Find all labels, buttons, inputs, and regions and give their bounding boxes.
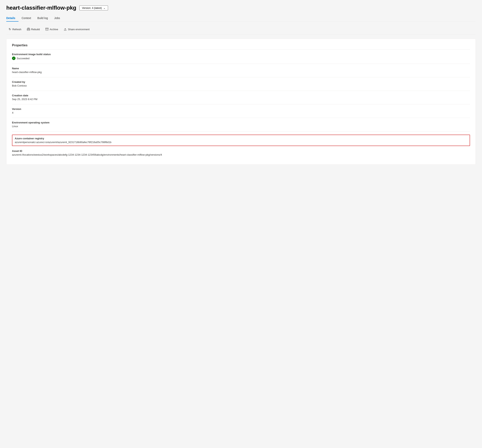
build-status-value: Succeeded (17, 57, 30, 60)
share-button[interactable]: Share environment (61, 26, 92, 32)
svg-rect-0 (27, 30, 30, 31)
page-title: heart-classifier-mlflow-pkg (6, 5, 76, 11)
created-by-label: Created by (12, 80, 470, 83)
svg-rect-2 (28, 28, 29, 28)
asset-id-label: Asset ID (12, 149, 470, 152)
divider-6 (12, 131, 470, 132)
svg-rect-3 (46, 28, 48, 29)
divider-3 (12, 91, 470, 91)
card-title: Properties (12, 44, 470, 50)
name-value: heart-classifier-mlflow-pkg (12, 71, 470, 74)
created-by-value: Bob Contoso (12, 84, 470, 87)
divider-4 (12, 104, 470, 104)
page-header: heart-classifier-mlflow-pkg Version: 4 (… (6, 5, 476, 11)
tab-jobs[interactable]: Jobs (51, 15, 63, 22)
refresh-label: Refresh (12, 28, 21, 31)
version-value: 4 (12, 111, 470, 114)
os-label: Environment operating system (12, 121, 470, 124)
archive-label: Archive (50, 28, 58, 31)
asset-id-value: azureml://locations/westus2/workspaces/a… (12, 153, 470, 156)
refresh-button[interactable]: ↻ Refresh (6, 26, 24, 32)
rebuild-button[interactable]: Rebuild (24, 26, 42, 32)
property-asset-id: Asset ID azureml://locations/westus2/wor… (12, 149, 470, 156)
chevron-down-icon: ⌄ (103, 7, 105, 9)
creation-date-label: Creation date (12, 94, 470, 97)
version-label: Version (12, 108, 470, 110)
acr-label: Azure container registry (15, 137, 467, 140)
success-icon: ✓ (12, 56, 16, 60)
version-dropdown[interactable]: Version: 4 (latest) ⌄ (79, 6, 108, 10)
property-creation-date: Creation date Sep 25, 2023 8:42 PM (12, 94, 470, 101)
tab-details[interactable]: Details (6, 15, 18, 22)
tab-context[interactable]: Context (18, 15, 34, 22)
share-icon (64, 28, 67, 31)
tab-bar: Details Context Build log Jobs (6, 15, 476, 22)
acr-value: azuremlpersonalcr.azurecr.io/azureml/azu… (15, 141, 467, 144)
share-label: Share environment (68, 28, 89, 31)
property-build-status: Environment image build status ✓ Succeed… (12, 53, 470, 60)
divider-1 (12, 63, 470, 64)
version-dropdown-label: Version: 4 (latest) (82, 7, 102, 9)
divider-5 (12, 118, 470, 118)
toolbar: ↻ Refresh Rebuild Archive (6, 25, 476, 35)
build-status-label: Environment image build status (12, 53, 470, 56)
property-acr-highlighted: Azure container registry azuremlpersonal… (12, 135, 470, 146)
property-created-by: Created by Bob Contoso (12, 80, 470, 87)
name-label: Name (12, 67, 470, 70)
property-version: Version 4 (12, 108, 470, 114)
os-value: Linux (12, 125, 470, 128)
build-status-row: ✓ Succeeded (12, 56, 470, 60)
creation-date-value: Sep 25, 2023 8:42 PM (12, 98, 470, 101)
properties-card: Properties Environment image build statu… (6, 39, 476, 165)
property-name: Name heart-classifier-mlflow-pkg (12, 67, 470, 74)
archive-button[interactable]: Archive (43, 26, 61, 32)
page-container: heart-classifier-mlflow-pkg Version: 4 (… (0, 0, 482, 448)
divider-2 (12, 77, 470, 77)
svg-rect-1 (27, 29, 30, 29)
rebuild-icon (27, 28, 30, 31)
refresh-icon: ↻ (9, 27, 11, 31)
property-os: Environment operating system Linux (12, 121, 470, 128)
tab-buildlog[interactable]: Build log (34, 15, 51, 22)
archive-icon (45, 28, 48, 31)
rebuild-label: Rebuild (31, 28, 40, 31)
